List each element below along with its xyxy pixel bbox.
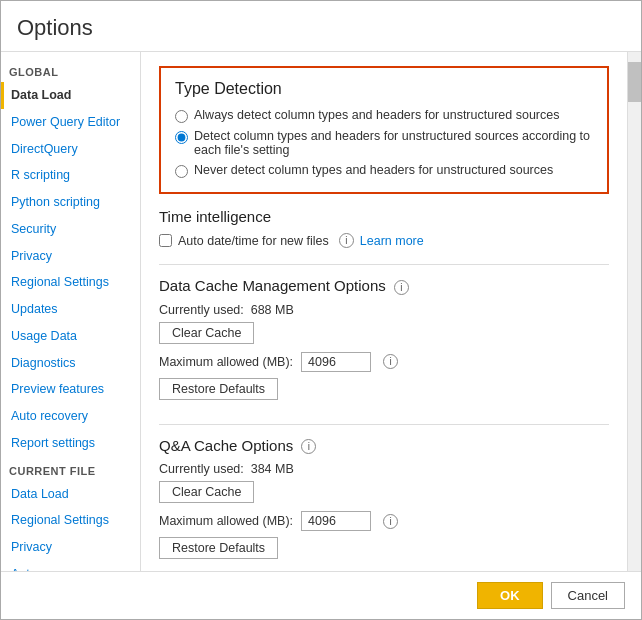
qa-cache-max-input[interactable] [301,511,371,531]
sidebar: GLOBAL Data Load Power Query Editor Dire… [1,52,141,571]
sidebar-item-security[interactable]: Security [1,216,140,243]
data-cache-currently-used: Currently used: 688 MB [159,303,609,317]
qa-cache-used-label: Currently used: [159,462,244,476]
type-detection-never[interactable]: Never detect column types and headers fo… [175,163,593,178]
data-cache-used-label: Currently used: [159,303,244,317]
type-detection-section: Type Detection Always detect column type… [159,66,609,194]
divider-2 [159,424,609,425]
data-cache-title-text: Data Cache Management Options [159,277,386,294]
dialog-footer: OK Cancel [1,571,641,619]
qa-cache-currently-used: Currently used: 384 MB [159,462,609,476]
divider-1 [159,264,609,265]
sidebar-item-regional-settings[interactable]: Regional Settings [1,269,140,296]
data-cache-max-label: Maximum allowed (MB): [159,355,293,369]
main-content: Type Detection Always detect column type… [141,52,627,571]
current-file-section-label: CURRENT FILE [1,457,140,481]
data-cache-clear-button[interactable]: Clear Cache [159,322,254,344]
qa-cache-title: Q&A Cache Options i [159,437,609,455]
data-cache-section: Data Cache Management Options i Currentl… [159,277,609,408]
type-detection-title: Type Detection [175,80,593,98]
sidebar-item-power-query-editor[interactable]: Power Query Editor [1,109,140,136]
data-cache-max-input[interactable] [301,352,371,372]
sidebar-item-data-load[interactable]: Data Load [1,82,140,109]
qa-cache-title-text: Q&A Cache Options [159,437,293,454]
data-cache-title: Data Cache Management Options i [159,277,609,295]
auto-datetime-label: Auto date/time for new files [178,234,329,248]
main-scrollbar[interactable] [627,52,641,571]
radio-always-label: Always detect column types and headers f… [194,108,559,122]
radio-never[interactable] [175,165,188,178]
qa-cache-max-label: Maximum allowed (MB): [159,514,293,528]
sidebar-item-usage-data[interactable]: Usage Data [1,323,140,350]
sidebar-item-updates[interactable]: Updates [1,296,140,323]
data-cache-used-value: 688 MB [251,303,294,317]
main-and-scroll: Type Detection Always detect column type… [141,52,641,571]
sidebar-item-python-scripting[interactable]: Python scripting [1,189,140,216]
radio-never-label: Never detect column types and headers fo… [194,163,553,177]
qa-cache-max-row: Maximum allowed (MB): i [159,511,609,531]
sidebar-item-preview-features[interactable]: Preview features [1,376,140,403]
time-intelligence-section: Time intelligence Auto date/time for new… [159,208,609,248]
qa-cache-max-info-icon[interactable]: i [383,514,398,529]
sidebar-item-cf-auto-recovery[interactable]: Auto recovery [1,561,140,571]
sidebar-item-auto-recovery[interactable]: Auto recovery [1,403,140,430]
auto-datetime-checkbox[interactable] [159,234,172,247]
ok-button[interactable]: OK [477,582,543,609]
type-detection-radio-group: Always detect column types and headers f… [175,108,593,178]
sidebar-item-directquery[interactable]: DirectQuery [1,136,140,163]
qa-cache-section: Q&A Cache Options i Currently used: 384 … [159,437,609,568]
radio-per-file[interactable] [175,131,188,144]
dialog-body: GLOBAL Data Load Power Query Editor Dire… [1,52,641,571]
sidebar-item-diagnostics[interactable]: Diagnostics [1,350,140,377]
qa-cache-restore-button[interactable]: Restore Defaults [159,537,278,559]
type-detection-per-file[interactable]: Detect column types and headers for unst… [175,129,593,157]
radio-per-file-label: Detect column types and headers for unst… [194,129,593,157]
qa-cache-used-value: 384 MB [251,462,294,476]
main-scrollbar-thumb[interactable] [628,62,641,102]
global-section-label: GLOBAL [1,58,140,82]
sidebar-item-cf-regional-settings[interactable]: Regional Settings [1,507,140,534]
learn-more-link[interactable]: Learn more [360,234,424,248]
auto-datetime-row: Auto date/time for new files i Learn mor… [159,233,609,248]
time-intelligence-info-icon[interactable]: i [339,233,354,248]
options-dialog: Options GLOBAL Data Load Power Query Edi… [0,0,642,620]
sidebar-item-report-settings[interactable]: Report settings [1,430,140,457]
radio-always[interactable] [175,110,188,123]
sidebar-item-cf-privacy[interactable]: Privacy [1,534,140,561]
qa-cache-clear-button[interactable]: Clear Cache [159,481,254,503]
data-cache-info-icon[interactable]: i [394,280,409,295]
data-cache-max-row: Maximum allowed (MB): i [159,352,609,372]
time-intelligence-title: Time intelligence [159,208,609,225]
dialog-title: Options [1,1,641,52]
sidebar-item-cf-data-load[interactable]: Data Load [1,481,140,508]
sidebar-item-privacy[interactable]: Privacy [1,243,140,270]
sidebar-item-r-scripting[interactable]: R scripting [1,162,140,189]
type-detection-always[interactable]: Always detect column types and headers f… [175,108,593,123]
qa-cache-info-icon[interactable]: i [301,439,316,454]
cancel-button[interactable]: Cancel [551,582,625,609]
data-cache-max-info-icon[interactable]: i [383,354,398,369]
data-cache-restore-button[interactable]: Restore Defaults [159,378,278,400]
